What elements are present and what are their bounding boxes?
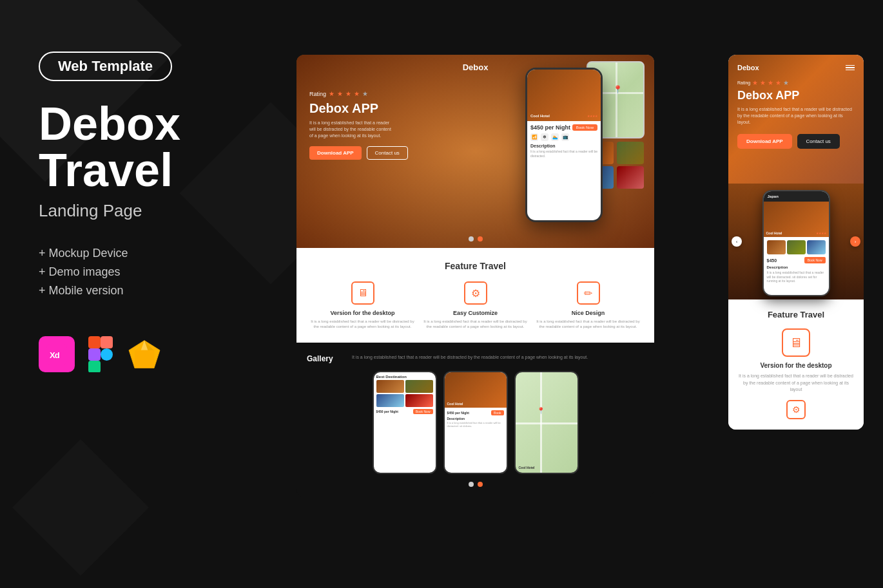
gp1-price: $450 per Night bbox=[376, 410, 398, 413]
gallery-phones-row: Best Destination $450 per Night Book Now bbox=[307, 371, 644, 474]
amenity-tv: 📺 bbox=[561, 133, 569, 141]
phone-hotel-image: Cool Hotel ★★★★ bbox=[527, 70, 601, 121]
phone-amenities: 📶 ❄ 🏊 📺 bbox=[530, 133, 597, 141]
rp-nav: Debox bbox=[737, 64, 855, 71]
rp-thumb-2 bbox=[787, 240, 806, 254]
amenity-ac: ❄ bbox=[541, 133, 548, 141]
left-panel: Web Template Debox Travel Landing Page +… bbox=[39, 52, 271, 372]
rp-next-button[interactable]: › bbox=[850, 236, 860, 247]
rating-label: Rating bbox=[309, 91, 326, 97]
pagination-dots bbox=[469, 236, 483, 242]
rp-feat-icon-wrap: 🖥 bbox=[737, 328, 855, 357]
phone-mockup: Cool Hotel ★★★★ $450 per Night Book Now … bbox=[525, 68, 603, 222]
rp-thumb-row bbox=[767, 240, 826, 254]
map-road-vertical bbox=[616, 62, 617, 137]
phone-desc-label: Description bbox=[530, 144, 597, 148]
tools-row: Xd bbox=[39, 336, 271, 372]
rp-prev-button[interactable]: ‹ bbox=[732, 236, 742, 247]
features-list: + Mockup Device + Demo images + Mobile v… bbox=[39, 247, 271, 298]
rp-more-icon: ⚙ bbox=[786, 400, 806, 419]
hero-description: It is a long established fact that a rea… bbox=[309, 120, 393, 138]
rp-hero: Debox Rating ★ ★ ★ ★ ★ Debox APP It is a… bbox=[728, 55, 864, 184]
gp1-grid bbox=[376, 380, 433, 407]
map-pin: 📍 bbox=[613, 85, 623, 94]
sketch-icon bbox=[126, 336, 162, 372]
svg-rect-4 bbox=[88, 348, 101, 361]
rp-desc-text: It is a long established fact that a rea… bbox=[767, 270, 826, 283]
desktop-icon: 🖥 bbox=[351, 281, 374, 305]
gp2-book-btn: Book bbox=[491, 410, 503, 415]
gp1-body: Best Destination $450 per Night Book Now bbox=[374, 372, 436, 417]
gallery-phone-1: Best Destination $450 per Night Book Now bbox=[373, 371, 437, 474]
download-app-button[interactable]: Download APP bbox=[309, 146, 362, 160]
amenity-wifi: 📶 bbox=[530, 133, 538, 141]
hero-buttons: Download APP Contact us bbox=[309, 146, 408, 160]
rp-desktop-icon: 🖥 bbox=[782, 328, 810, 357]
phone-desc-text: It is a long established fact that a rea… bbox=[530, 149, 597, 158]
rp-phone-header: Japan bbox=[764, 191, 829, 202]
phone-book-btn: Book Now bbox=[572, 124, 597, 131]
rp-feature-name: Version for the desktop bbox=[737, 362, 855, 369]
gallery-dot-1 bbox=[469, 482, 474, 487]
gallery-dots bbox=[307, 482, 644, 487]
rp-feature-desc: It is a long established fact that a rea… bbox=[737, 373, 855, 394]
rp-more-icon-wrap: ⚙ bbox=[737, 400, 855, 419]
rp-hamburger-icon bbox=[846, 65, 855, 71]
features-title: Feature Travel bbox=[309, 261, 641, 271]
rp-star-3: ★ bbox=[768, 79, 773, 86]
amenity-pool: 🏊 bbox=[551, 133, 559, 141]
rp-download-button[interactable]: Download APP bbox=[737, 134, 792, 149]
phone-screen: Cool Hotel ★★★★ $450 per Night Book Now … bbox=[527, 70, 601, 220]
gallery-phone-2-screen: Cool Hotel $450 per Night Book Descripti… bbox=[445, 372, 507, 473]
feature-card-customize: ⚙ Easy Customize It is a long establishe… bbox=[422, 281, 529, 330]
rp-star-4: ★ bbox=[775, 79, 781, 86]
gp1-dest: Best Destination bbox=[376, 375, 433, 379]
gallery-phone-3: 📍 Cool Hotel bbox=[514, 371, 579, 474]
feature-item-1: + Mockup Device bbox=[39, 247, 271, 260]
rp-location: Japan bbox=[768, 194, 779, 198]
gp3-map-pin: 📍 bbox=[537, 407, 545, 414]
rp-hotel-label: Cool Hotel bbox=[766, 231, 782, 235]
svg-point-6 bbox=[101, 348, 113, 361]
rp-features-title: Feature Travel bbox=[737, 310, 855, 319]
svg-rect-2 bbox=[88, 336, 101, 348]
rp-thumb-3 bbox=[807, 240, 826, 254]
gp2-hotel-label: Cool Hotel bbox=[447, 402, 463, 406]
rp-features-section: Feature Travel 🖥 Version for the desktop… bbox=[728, 299, 864, 430]
feature-card-desktop: 🖥 Version for the desktop It is a long e… bbox=[309, 281, 416, 330]
right-preview-card: Debox Rating ★ ★ ★ ★ ★ Debox APP It is a… bbox=[728, 55, 864, 430]
rp-star-5: ★ bbox=[783, 79, 789, 86]
feature-item-2: + Demo images bbox=[39, 265, 271, 279]
feature-name-desktop: Version for the desktop bbox=[309, 310, 416, 316]
feature-desc-desktop: It is a long established fact that a rea… bbox=[309, 319, 416, 330]
rp-hotel-image: Cool Hotel ★★★★ bbox=[764, 202, 829, 237]
rp-rating-label: Rating bbox=[737, 81, 750, 85]
main-preview: Debox Rating ★ ★ ★ ★ ★ Debox APP It is a… bbox=[296, 55, 654, 497]
star-1: ★ bbox=[329, 90, 335, 97]
web-template-badge: Web Template bbox=[39, 52, 172, 81]
rp-app-title: Debox APP bbox=[737, 89, 855, 102]
features-section: Feature Travel 🖥 Version for the desktop… bbox=[296, 248, 654, 343]
feature-desc-design: It is a long established fact that a rea… bbox=[535, 319, 641, 330]
phone-price: $450 per Night bbox=[530, 124, 570, 131]
rp-phone-screen: Japan Cool Hotel ★★★★ $450 bbox=[764, 191, 829, 295]
svg-rect-3 bbox=[101, 336, 113, 348]
nav-logo: Debox bbox=[463, 62, 489, 72]
gallery-phone-1-screen: Best Destination $450 per Night Book Now bbox=[374, 372, 436, 473]
phone-hotel-stars: ★★★★ bbox=[587, 114, 597, 118]
rp-nav-logo: Debox bbox=[737, 64, 759, 71]
star-3: ★ bbox=[345, 90, 351, 97]
rp-contact-button[interactable]: Contact us bbox=[797, 134, 840, 149]
gp1-img1 bbox=[376, 380, 404, 393]
rp-star-2: ★ bbox=[760, 79, 766, 86]
feature-card-design: ✏ Nice Design It is a long established f… bbox=[535, 281, 641, 330]
gallery-phone-2: Cool Hotel $450 per Night Book Descripti… bbox=[443, 371, 508, 474]
gallery-header: Gallery It is a long established fact th… bbox=[307, 354, 644, 363]
gallery-title: Gallery bbox=[307, 354, 339, 363]
gp2-body: $450 per Night Book Description It is a … bbox=[445, 408, 507, 430]
rp-price: $450 bbox=[767, 258, 777, 263]
feature-name-customize: Easy Customize bbox=[422, 310, 529, 316]
main-title: Debox Travel bbox=[39, 100, 271, 193]
gp3-map: 📍 Cool Hotel bbox=[516, 372, 577, 473]
contact-us-button[interactable]: Contact us bbox=[367, 146, 408, 160]
